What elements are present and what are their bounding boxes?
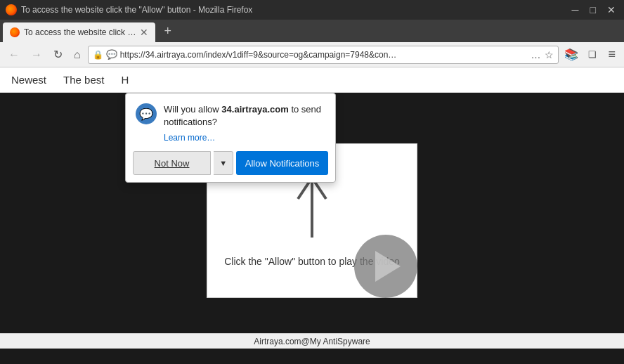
window-title: To access the website click the "Allow" … [21, 5, 252, 15]
tab-favicon [10, 27, 20, 37]
popup-chat-icon: 💬 [136, 103, 157, 124]
not-now-dropdown-button[interactable]: ▼ [214, 151, 233, 175]
more-options-icon[interactable]: … [531, 49, 540, 60]
learn-more-link[interactable]: Learn more… [164, 133, 325, 143]
allow-notifications-button[interactable]: Allow Notifications [236, 151, 328, 175]
back-button[interactable]: ← [4, 47, 24, 63]
site-nav-h[interactable]: H [121, 74, 129, 86]
not-now-button[interactable]: Not Now [133, 151, 211, 175]
popup-actions: Not Now ▼ Allow Notifications [126, 145, 335, 182]
tab-bar: To access the website click … ✕ + [0, 20, 624, 42]
address-bar[interactable]: 🔒 💬 https://34.airtraya.com/index/v1diff… [88, 46, 559, 64]
status-text: Airtraya.com@My AntiSpyware [254, 337, 370, 346]
bookmark-icon[interactable]: ☆ [545, 49, 554, 60]
notification-icon: 💬 [106, 49, 117, 60]
popup-message-intro: Will you allow [164, 104, 221, 115]
refresh-button[interactable]: ↻ [49, 46, 67, 63]
url-text: https://34.airtraya.com/index/v1diff=9&s… [120, 50, 528, 60]
tab-close-button[interactable]: ✕ [140, 27, 148, 38]
title-bar: To access the website click the "Allow" … [0, 0, 624, 20]
active-tab[interactable]: To access the website click … ✕ [3, 22, 155, 42]
site-nav-newest[interactable]: Newest [11, 74, 46, 86]
status-bar: Airtraya.com@My AntiSpyware [0, 333, 624, 349]
popup-domain: 34.airtraya.com [221, 104, 288, 115]
play-button-overlay[interactable] [354, 235, 417, 298]
site-nav-best[interactable]: The best [63, 74, 104, 86]
play-triangle-icon [375, 251, 401, 282]
maximize-button[interactable]: □ [587, 4, 599, 15]
close-window-button[interactable]: ✕ [604, 4, 618, 15]
popup-text-area: Will you allow 34.airtraya.com to send n… [164, 103, 325, 143]
forward-button[interactable]: → [27, 47, 46, 63]
nav-bar: ← → ↻ ⌂ 🔒 💬 https://34.airtraya.com/inde… [0, 42, 624, 67]
home-button[interactable]: ⌂ [70, 47, 85, 63]
site-nav: Newest The best H [0, 67, 624, 93]
minimize-button[interactable]: ─ [569, 4, 582, 15]
lock-icon: 🔒 [93, 50, 103, 60]
arrow-up-icon [291, 174, 333, 245]
reader-view-button[interactable]: ❏ [584, 48, 601, 61]
tab-title: To access the website click … [24, 27, 136, 37]
library-button[interactable]: 📚 [561, 46, 581, 63]
notification-popup: 💬 Will you allow 34.airtraya.com to send… [125, 93, 336, 183]
new-tab-button[interactable]: + [158, 24, 177, 39]
popup-message: Will you allow 34.airtraya.com to send n… [164, 103, 325, 129]
hamburger-menu-button[interactable]: ≡ [604, 46, 620, 63]
content-area: Click the "Allow" button to play the vid… [0, 93, 624, 349]
firefox-icon [6, 4, 17, 15]
